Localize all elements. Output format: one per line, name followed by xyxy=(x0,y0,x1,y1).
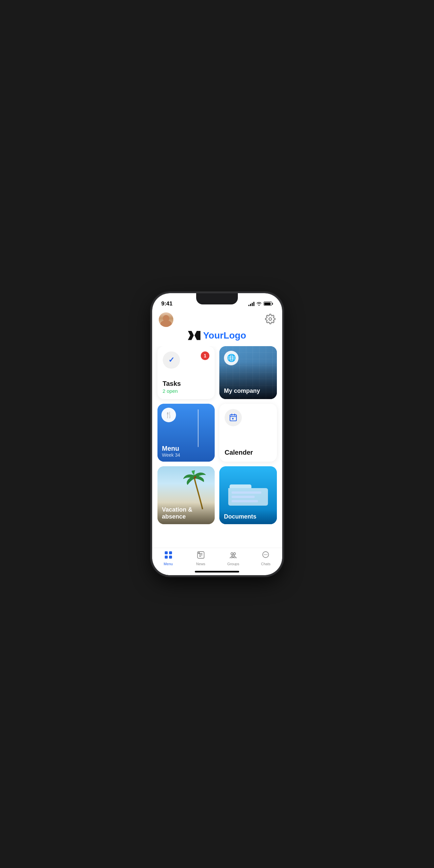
folder-tab xyxy=(229,485,251,488)
tasks-tile-top: ✓ 1 xyxy=(163,351,210,369)
avatar-image xyxy=(159,312,173,327)
documents-tile[interactable]: Documents xyxy=(219,466,277,524)
svg-point-19 xyxy=(232,555,234,557)
folder-shape xyxy=(228,485,268,506)
check-icon: ✓ xyxy=(168,356,174,364)
signal-icon xyxy=(248,302,254,306)
nav-news[interactable]: News xyxy=(189,551,212,566)
tasks-tile-bottom: Tasks 2 open xyxy=(163,380,210,394)
logo-left-d xyxy=(188,331,194,340)
logo-icon xyxy=(188,331,200,340)
logo-plain-text: Your xyxy=(203,330,224,341)
chats-nav-icon xyxy=(261,551,270,561)
battery-icon xyxy=(264,302,273,306)
nav-menu-label: Menu xyxy=(164,562,173,566)
svg-point-23 xyxy=(267,554,267,555)
globe-icon: 🌐 xyxy=(227,354,236,362)
calender-title: Calender xyxy=(225,449,272,456)
app-header xyxy=(152,310,282,328)
wifi-icon xyxy=(256,302,262,306)
svg-rect-16 xyxy=(198,552,200,554)
company-icon: 🌐 xyxy=(224,351,239,365)
folder-line-2 xyxy=(231,496,255,498)
calendar-circle xyxy=(225,409,242,426)
svg-point-22 xyxy=(265,554,266,555)
nav-chats-label: Chats xyxy=(261,562,271,566)
vacation-title: Vacation & absence xyxy=(162,506,210,520)
logo-right-d xyxy=(194,331,200,340)
nav-groups[interactable]: Groups xyxy=(222,551,245,566)
logo-text: YourLogo xyxy=(203,330,246,341)
company-label: My company xyxy=(219,388,277,399)
svg-rect-5 xyxy=(232,418,234,419)
svg-point-18 xyxy=(234,553,236,555)
avatar[interactable] xyxy=(159,312,173,327)
phone-screen: 9:41 xyxy=(152,293,282,575)
calendar-icon xyxy=(229,413,238,422)
company-tile[interactable]: 🌐 My company xyxy=(219,346,277,399)
nav-menu[interactable]: Menu xyxy=(157,551,180,566)
vacation-content: Vacation & absence xyxy=(157,502,215,524)
svg-point-17 xyxy=(231,553,233,555)
documents-content: Documents xyxy=(219,509,277,524)
notch xyxy=(196,293,238,305)
utensils-icon: 🍴 xyxy=(165,411,172,418)
status-time: 9:41 xyxy=(161,301,173,307)
tiles-grid: ✓ 1 Tasks 2 open 🌐 My c xyxy=(157,346,277,527)
folder-body xyxy=(228,488,268,506)
home-indicator xyxy=(195,571,239,572)
calender-tile[interactable]: Calender xyxy=(219,404,277,462)
phone-frame: 9:41 xyxy=(152,293,282,575)
vacation-tile[interactable]: Vacation & absence xyxy=(157,466,215,524)
folder-line-1 xyxy=(231,491,261,494)
status-icons xyxy=(248,302,273,306)
svg-rect-11 xyxy=(169,556,172,559)
svg-rect-8 xyxy=(165,551,168,554)
task-check-circle: ✓ xyxy=(163,351,180,369)
nav-news-label: News xyxy=(196,562,206,566)
nav-groups-label: Groups xyxy=(227,562,239,566)
tasks-badge: 1 xyxy=(201,351,209,360)
tasks-title: Tasks xyxy=(163,380,210,388)
nav-chats[interactable]: Chats xyxy=(254,551,277,566)
news-nav-icon xyxy=(196,551,205,561)
logo-section: YourLogo xyxy=(152,328,282,346)
main-content: ✓ 1 Tasks 2 open 🌐 My c xyxy=(152,346,282,548)
tasks-tile[interactable]: ✓ 1 Tasks 2 open xyxy=(157,346,215,399)
menu-subtitle: Week 34 xyxy=(162,453,210,458)
tasks-subtitle: 2 open xyxy=(163,388,210,394)
svg-point-0 xyxy=(269,318,272,320)
svg-rect-9 xyxy=(169,551,172,554)
menu-tile[interactable]: 🍴 Menu Week 34 xyxy=(157,404,215,462)
svg-point-21 xyxy=(264,554,265,555)
documents-title: Documents xyxy=(224,513,272,520)
menu-content: Menu Week 34 xyxy=(157,441,215,462)
menu-icon: 🍴 xyxy=(161,408,176,422)
groups-nav-icon xyxy=(229,551,238,561)
folder-line-3 xyxy=(231,500,258,502)
menu-title: Menu xyxy=(162,445,210,453)
gear-icon xyxy=(265,314,276,324)
settings-button[interactable] xyxy=(265,314,276,326)
svg-rect-1 xyxy=(230,415,237,421)
menu-nav-icon xyxy=(164,551,173,561)
logo-colored-text: Logo xyxy=(224,330,246,341)
svg-rect-10 xyxy=(165,556,168,559)
